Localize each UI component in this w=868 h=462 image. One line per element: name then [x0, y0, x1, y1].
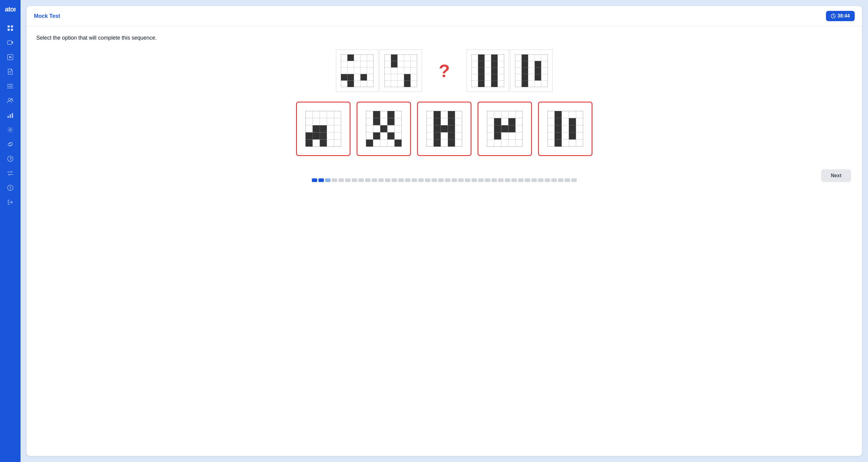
progress-dot-20 — [438, 178, 444, 182]
svg-point-16 — [11, 99, 13, 100]
progress-dot-18 — [425, 178, 430, 182]
option-c-svg — [427, 111, 462, 147]
sequence-item-3-question: ? — [423, 50, 465, 92]
option-e[interactable] — [538, 101, 592, 156]
svg-rect-108 — [448, 111, 455, 147]
sidebar: atom — [0, 0, 21, 462]
svg-text:atom: atom — [5, 5, 16, 13]
svg-rect-17 — [7, 116, 9, 118]
alert-icon[interactable] — [4, 182, 16, 194]
progress-dot-8 — [359, 178, 364, 182]
bottom-section: Next — [36, 169, 852, 182]
progress-dot-19 — [432, 178, 437, 182]
progress-dot-25 — [471, 178, 477, 182]
progress-dot-7 — [352, 178, 357, 182]
option-b-svg — [366, 111, 402, 147]
option-d-svg — [487, 111, 523, 147]
progress-dot-1 — [312, 178, 317, 182]
progress-dot-16 — [412, 178, 417, 182]
swap-icon[interactable] — [4, 167, 16, 179]
progress-dot-30 — [505, 178, 510, 182]
grid-svg-2 — [384, 55, 417, 87]
options-row — [36, 101, 852, 156]
progress-dot-22 — [452, 178, 457, 182]
progress-dot-27 — [485, 178, 490, 182]
svg-rect-3 — [7, 29, 10, 31]
grid-icon[interactable] — [4, 22, 16, 34]
svg-rect-4 — [11, 29, 13, 31]
gear-icon[interactable] — [4, 124, 16, 136]
progress-dot-29 — [498, 178, 503, 182]
svg-rect-40 — [341, 55, 373, 87]
page-title: Mock Test — [34, 13, 60, 19]
play-icon[interactable] — [4, 51, 16, 63]
progress-dot-38 — [558, 178, 563, 182]
progress-dot-11 — [378, 178, 384, 182]
progress-dot-9 — [365, 178, 371, 182]
logout-icon[interactable] — [4, 196, 16, 208]
svg-rect-141 — [548, 111, 583, 147]
svg-rect-132 — [569, 118, 576, 140]
svg-rect-109 — [441, 125, 448, 132]
grid-svg-4 — [471, 55, 504, 87]
svg-rect-1 — [7, 25, 10, 28]
clock-icon — [831, 13, 836, 19]
svg-rect-75 — [515, 55, 548, 87]
progress-dot-39 — [565, 178, 570, 182]
svg-rect-18 — [10, 114, 11, 118]
progress-indicator — [200, 175, 688, 182]
question-mark-symbol: ? — [439, 60, 450, 81]
progress-dot-21 — [445, 178, 450, 182]
svg-rect-107 — [434, 111, 441, 147]
timer-value: 38:44 — [837, 13, 850, 19]
svg-rect-29 — [347, 74, 354, 81]
progress-dot-23 — [458, 178, 464, 182]
users-icon[interactable] — [4, 95, 16, 107]
help-icon[interactable]: ? — [4, 153, 16, 165]
svg-rect-53 — [384, 55, 417, 87]
chart-icon[interactable] — [4, 109, 16, 121]
svg-point-12 — [7, 84, 8, 85]
progress-dot-10 — [372, 178, 377, 182]
progress-dot-14 — [398, 178, 404, 182]
svg-point-25 — [10, 189, 10, 189]
svg-rect-55 — [491, 55, 498, 87]
svg-rect-96 — [366, 140, 373, 147]
svg-rect-97 — [394, 140, 402, 147]
link-icon[interactable] — [4, 138, 16, 150]
svg-point-14 — [7, 88, 8, 89]
progress-dot-3 — [325, 178, 331, 182]
svg-rect-44 — [404, 81, 411, 87]
svg-rect-95 — [388, 132, 395, 140]
progress-dot-6 — [345, 178, 350, 182]
svg-rect-28 — [341, 74, 347, 81]
option-d[interactable] — [477, 101, 532, 156]
svg-rect-131 — [555, 111, 562, 147]
progress-dot-12 — [385, 178, 391, 182]
option-a[interactable] — [296, 101, 350, 156]
svg-rect-90 — [388, 111, 395, 118]
svg-rect-30 — [361, 74, 367, 81]
option-e-svg — [548, 111, 583, 147]
option-b[interactable] — [356, 101, 411, 156]
video-icon[interactable] — [4, 37, 16, 49]
svg-rect-121 — [501, 125, 508, 132]
sequence-item-5 — [510, 50, 553, 92]
progress-dot-35 — [538, 178, 544, 182]
svg-rect-79 — [320, 140, 327, 147]
svg-rect-42 — [391, 61, 398, 68]
progress-dot-13 — [392, 178, 397, 182]
option-a-svg — [306, 111, 341, 147]
progress-dot-2 — [318, 178, 324, 182]
svg-rect-54 — [478, 55, 485, 87]
document-icon[interactable] — [4, 66, 16, 78]
progress-dot-32 — [518, 178, 524, 182]
next-button[interactable]: Next — [821, 169, 851, 182]
sequence-row: ? — [36, 50, 852, 92]
question-card: Mock Test 38:44 Select the option that w… — [27, 6, 862, 456]
list-icon[interactable] — [4, 80, 16, 92]
option-c[interactable] — [417, 101, 471, 156]
question-text: Select the option that will complete thi… — [36, 35, 852, 41]
sequence-item-4 — [467, 50, 509, 92]
svg-rect-27 — [347, 55, 354, 61]
